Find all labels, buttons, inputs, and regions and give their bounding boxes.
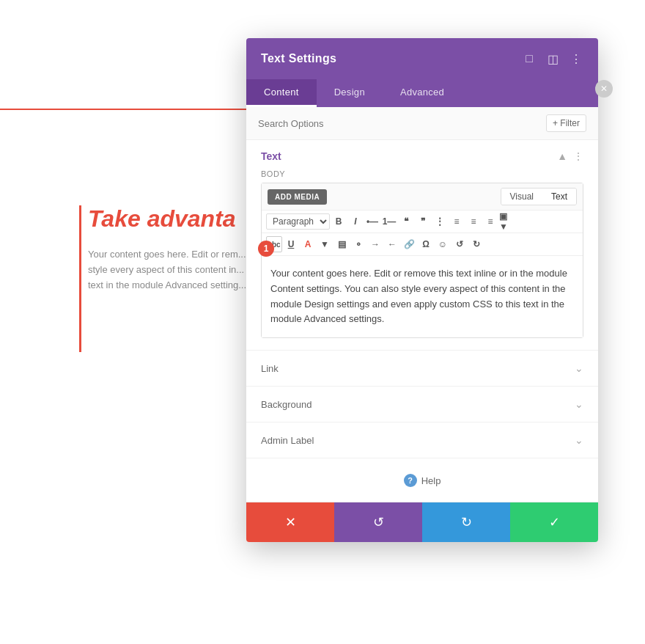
blockquote-button[interactable]: ❝ bbox=[398, 213, 414, 230]
section-more-icon[interactable]: ⋮ bbox=[573, 150, 583, 162]
align-center-button[interactable]: ≡ bbox=[449, 213, 465, 230]
align-right-button[interactable]: ≡ bbox=[465, 213, 482, 230]
help-section: ? Help bbox=[246, 458, 598, 502]
align-left-button[interactable]: ⋮ bbox=[432, 213, 448, 230]
text-color-button[interactable]: A bbox=[300, 236, 316, 252]
tab-content[interactable]: Content bbox=[246, 79, 317, 107]
tab-design[interactable]: Design bbox=[317, 79, 383, 107]
paragraph-select[interactable]: Paragraph bbox=[266, 213, 330, 230]
background-chevron-icon: ⌄ bbox=[575, 398, 583, 410]
visual-view-button[interactable]: Visual bbox=[501, 189, 542, 205]
more-options-icon[interactable]: ⋮ bbox=[569, 51, 583, 66]
editor-area: ADD MEDIA Visual Text Paragraph B I •— 1… bbox=[261, 183, 583, 338]
editor-toolbar-row2: abc U A ▼ ▤ ⚬ → ← 🔗 Ω ☺ ↺ ↻ bbox=[262, 233, 583, 256]
link-section-label: Link bbox=[261, 363, 279, 374]
page-content-area: Take advanta Your content goes here. Edi… bbox=[88, 205, 249, 293]
text-section: Text ▲ ⋮ Body ADD MEDIA Visual Text bbox=[246, 140, 598, 351]
text-settings-modal: Text Settings □ ◫ ⋮ Content Design Advan… bbox=[246, 38, 598, 542]
table-button[interactable]: ▣ ▼ bbox=[499, 213, 515, 230]
editor-content[interactable]: Your content goes here. Edit or remove t… bbox=[262, 256, 583, 337]
link-insert-button[interactable]: 🔗 bbox=[401, 236, 417, 252]
split-icon[interactable]: ◫ bbox=[545, 51, 560, 66]
text-section-title: Text bbox=[261, 150, 281, 162]
search-bar: + Filter bbox=[246, 107, 598, 140]
notification-badge: 1 bbox=[258, 241, 274, 257]
modal-title: Text Settings bbox=[261, 52, 336, 65]
modal-header-icons: □ ◫ ⋮ bbox=[522, 51, 583, 66]
vertical-accent-line bbox=[79, 205, 81, 352]
background-section[interactable]: Background ⌄ bbox=[246, 387, 598, 422]
page-heading: Take advanta bbox=[88, 205, 249, 233]
paste-word-button[interactable]: ▤ bbox=[333, 236, 350, 252]
undo-edit-button[interactable]: ↺ bbox=[452, 236, 468, 252]
page-body-text: Your content goes here. Edit or rem... s… bbox=[88, 247, 249, 293]
ordered-list-button[interactable]: 1— bbox=[381, 213, 397, 230]
align-justify-button[interactable]: ≡ bbox=[482, 213, 498, 230]
pre-button[interactable]: ❞ bbox=[415, 213, 431, 230]
help-label: Help bbox=[421, 475, 441, 486]
text-color-arrow[interactable]: ▼ bbox=[317, 236, 333, 252]
body-label: Body bbox=[246, 169, 598, 183]
admin-label-section[interactable]: Admin Label ⌄ bbox=[246, 422, 598, 458]
emoji-button[interactable]: ☺ bbox=[435, 236, 451, 252]
undo-button[interactable]: ↺ bbox=[334, 502, 422, 542]
clear-format-button[interactable]: ⚬ bbox=[350, 236, 366, 252]
modal-header: Text Settings □ ◫ ⋮ bbox=[246, 38, 598, 79]
admin-label-section-label: Admin Label bbox=[261, 435, 314, 446]
special-char-button[interactable]: Ω bbox=[418, 236, 434, 252]
background-section-label: Background bbox=[261, 399, 312, 410]
view-toggle: Visual Text bbox=[501, 188, 577, 205]
search-input[interactable] bbox=[258, 118, 540, 129]
link-section[interactable]: Link ⌄ bbox=[246, 351, 598, 387]
bold-button[interactable]: B bbox=[331, 213, 347, 230]
help-circle-icon: ? bbox=[404, 474, 417, 487]
editor-toolbar-row1: Paragraph B I •— 1— ❝ ❞ ⋮ ≡ ≡ ≡ ▣ ▼ bbox=[262, 211, 583, 233]
outdent-button[interactable]: → bbox=[367, 236, 383, 252]
modal-tabs: Content Design Advanced bbox=[246, 79, 598, 107]
collapse-arrow-icon[interactable]: ▲ bbox=[557, 150, 567, 162]
text-section-header: Text ▲ ⋮ bbox=[246, 140, 598, 169]
text-view-button[interactable]: Text bbox=[542, 189, 576, 205]
add-media-button[interactable]: ADD MEDIA bbox=[268, 189, 327, 205]
filter-button[interactable]: + Filter bbox=[546, 114, 586, 132]
editor-top-bar: ADD MEDIA Visual Text bbox=[262, 183, 583, 211]
red-divider-line bbox=[0, 109, 249, 110]
unordered-list-button[interactable]: •— bbox=[364, 213, 380, 230]
indent-button[interactable]: ← bbox=[384, 236, 400, 252]
admin-chevron-icon: ⌄ bbox=[575, 434, 583, 446]
section-controls: ▲ ⋮ bbox=[557, 150, 583, 162]
help-link[interactable]: ? Help bbox=[404, 474, 441, 487]
expand-icon[interactable]: □ bbox=[522, 51, 537, 66]
modal-footer: ✕ ↺ ↻ ✓ bbox=[246, 502, 598, 542]
link-chevron-icon: ⌄ bbox=[575, 362, 583, 374]
redo-edit-button[interactable]: ↻ bbox=[468, 236, 484, 252]
tab-advanced[interactable]: Advanced bbox=[383, 79, 462, 107]
cancel-button[interactable]: ✕ bbox=[246, 502, 334, 542]
close-button[interactable]: ✕ bbox=[595, 80, 613, 98]
redo-button[interactable]: ↻ bbox=[422, 502, 510, 542]
underline-button[interactable]: U bbox=[283, 236, 299, 252]
modal-body: Text ▲ ⋮ Body ADD MEDIA Visual Text bbox=[246, 140, 598, 502]
italic-button[interactable]: I bbox=[347, 213, 364, 230]
save-button[interactable]: ✓ bbox=[510, 502, 598, 542]
